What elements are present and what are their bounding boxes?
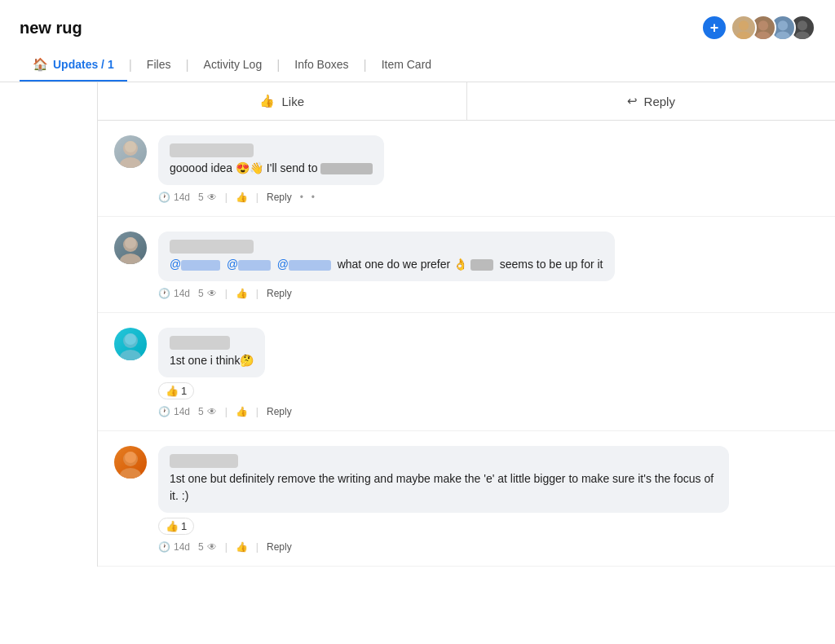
views-value-2: 5 bbox=[198, 288, 204, 299]
clock-icon-4: 🕐 bbox=[158, 541, 170, 553]
tab-card[interactable]: Item Card bbox=[369, 50, 444, 81]
tab-sep-1: | bbox=[129, 58, 132, 73]
views-4: 5 👁 bbox=[198, 541, 217, 553]
sep-4: | bbox=[256, 288, 258, 299]
page-title: new rug bbox=[20, 19, 82, 37]
content-area: 👍 Like ↩ Reply Emily Burman bbox=[0, 82, 835, 567]
reaction-2: 👍 1 bbox=[158, 518, 194, 535]
comment-meta-2: 🕐 14d 5 👁 | 👍 | Reply bbox=[98, 281, 835, 309]
svg-point-13 bbox=[125, 237, 136, 249]
page-wrapper: new rug + 🏠 Updates / 1 | Files bbox=[0, 0, 835, 644]
reaction-emoji-1: 👍 bbox=[166, 385, 179, 397]
like-icon-meta-3: 👍 bbox=[236, 406, 248, 417]
comment-bubble-3: Amy Witz 1st one i think🤔 👍 1 bbox=[158, 328, 265, 399]
comment-bubble-1: Emily Burman gooood idea 😍👋 I'll send to bbox=[158, 135, 384, 185]
reaction-emoji-2: 👍 bbox=[166, 520, 179, 532]
bubble-2: Emily Burman @ @ @ what one do we prefer… bbox=[158, 232, 615, 281]
sep-5: | bbox=[225, 406, 228, 417]
comment-text-2: @ @ @ what one do we prefer 👌 seems to b… bbox=[170, 256, 603, 273]
tab-info[interactable]: Info Boxes bbox=[281, 50, 361, 81]
svg-point-7 bbox=[795, 31, 810, 41]
sep-1: | bbox=[225, 192, 228, 203]
reply-link-4[interactable]: Reply bbox=[267, 541, 292, 553]
svg-point-12 bbox=[120, 254, 141, 264]
svg-point-0 bbox=[739, 20, 749, 30]
tab-activity[interactable]: Activity Log bbox=[191, 50, 276, 81]
main-feed: 👍 Like ↩ Reply Emily Burman bbox=[98, 82, 835, 567]
eye-icon-4: 👁 bbox=[207, 541, 217, 553]
author-4: Sam Oliver bbox=[170, 454, 238, 468]
reply-button[interactable]: ↩ Reply bbox=[467, 82, 836, 120]
reply-link-2[interactable]: Reply bbox=[267, 288, 292, 299]
sep-8: | bbox=[256, 541, 258, 553]
views-3: 5 👁 bbox=[198, 406, 217, 417]
eye-icon-3: 👁 bbox=[207, 406, 217, 417]
comment-item-2: Emily Burman @ @ @ what one do we prefer… bbox=[98, 217, 835, 281]
comment-meta-1: 🕐 14d 5 👁 | 👍 | Reply • • bbox=[98, 185, 835, 213]
like-label: Like bbox=[281, 95, 304, 108]
tab-updates[interactable]: 🏠 Updates / 1 bbox=[20, 49, 127, 82]
avatar-1 bbox=[731, 15, 757, 41]
like-button[interactable]: 👍 Like bbox=[98, 82, 467, 120]
svg-point-3 bbox=[756, 31, 771, 41]
time-4: 🕐 14d bbox=[158, 541, 190, 553]
sep-2: | bbox=[256, 192, 258, 203]
views-value-3: 5 bbox=[198, 406, 204, 417]
like-icon: 👍 bbox=[259, 94, 275, 108]
dot-1a: • bbox=[300, 192, 303, 203]
comment-meta-3: 🕐 14d 5 👁 | 👍 | Reply bbox=[98, 399, 835, 427]
mention-3: @ bbox=[277, 258, 331, 271]
svg-point-18 bbox=[120, 468, 141, 479]
reply-link-3[interactable]: Reply bbox=[267, 406, 292, 417]
comment-section-3: Amy Witz 1st one i think🤔 👍 1 🕐 bbox=[98, 313, 835, 431]
like-icon-meta-4: 👍 bbox=[236, 541, 248, 553]
svg-point-2 bbox=[758, 20, 768, 30]
comment-meta-4: 🕐 14d 5 👁 | 👍 | Reply bbox=[98, 535, 835, 562]
svg-point-19 bbox=[125, 452, 136, 463]
avatar-comment-2 bbox=[114, 232, 147, 264]
left-sidebar bbox=[0, 82, 98, 567]
time-value-2: 14d bbox=[174, 288, 190, 299]
reply-label: Reply bbox=[644, 95, 675, 108]
comment-text-4: 1st one but definitely remove the writin… bbox=[170, 470, 718, 505]
views-value-1: 5 bbox=[198, 192, 204, 203]
reaction-1: 👍 1 bbox=[158, 382, 194, 399]
tab-sep-3: | bbox=[276, 58, 280, 73]
like-icon-meta-2: 👍 bbox=[236, 288, 248, 299]
comment-text-1: gooood idea 😍👋 I'll send to bbox=[170, 160, 373, 177]
tab-info-label: Info Boxes bbox=[294, 58, 348, 71]
time-value-3: 14d bbox=[174, 406, 190, 417]
clock-icon-3: 🕐 bbox=[158, 406, 170, 417]
comment-bubble-4: Sam Oliver 1st one but definitely remove… bbox=[158, 446, 729, 535]
tab-sep-4: | bbox=[363, 58, 366, 73]
dot-1b: • bbox=[311, 192, 315, 203]
redacted-text-1 bbox=[320, 163, 372, 174]
time-2: 🕐 14d bbox=[158, 288, 190, 299]
comment-item-1: Emily Burman gooood idea 😍👋 I'll send to bbox=[98, 121, 835, 185]
views-2: 5 👁 bbox=[198, 288, 217, 299]
avatar-comment-4 bbox=[114, 446, 147, 479]
views-1: 5 👁 bbox=[198, 192, 217, 203]
add-member-button[interactable]: + bbox=[701, 15, 727, 41]
comment-section-2: Emily Burman @ @ @ what one do we prefer… bbox=[98, 217, 835, 313]
svg-point-1 bbox=[736, 31, 751, 41]
header: new rug + bbox=[0, 0, 835, 41]
views-value-4: 5 bbox=[198, 541, 204, 553]
tab-files[interactable]: Files bbox=[134, 50, 184, 81]
comment-item-4: Sam Oliver 1st one but definitely remove… bbox=[98, 431, 835, 535]
comment-text-3: 1st one i think🤔 bbox=[170, 352, 254, 369]
bubble-1: Emily Burman gooood idea 😍👋 I'll send to bbox=[158, 135, 384, 185]
svg-point-5 bbox=[775, 31, 790, 41]
bubble-4: Sam Oliver 1st one but definitely remove… bbox=[158, 446, 729, 513]
tab-updates-label: Updates / 1 bbox=[53, 58, 114, 71]
svg-point-10 bbox=[125, 141, 136, 152]
home-icon: 🏠 bbox=[33, 57, 48, 72]
avatar-group: + bbox=[701, 15, 815, 41]
sep-3: | bbox=[225, 288, 228, 299]
svg-point-15 bbox=[120, 350, 141, 360]
reply-link-1[interactable]: Reply bbox=[267, 192, 292, 203]
time-3: 🕐 14d bbox=[158, 406, 190, 417]
redacted-text-2 bbox=[471, 259, 493, 271]
tab-files-label: Files bbox=[147, 58, 171, 71]
mention-1: @ bbox=[170, 258, 220, 271]
